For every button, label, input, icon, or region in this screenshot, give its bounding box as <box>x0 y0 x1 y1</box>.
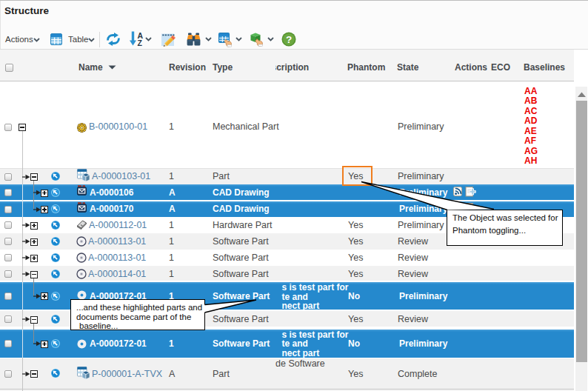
svg-text:Z: Z <box>138 39 143 47</box>
svg-text:?: ? <box>286 34 292 45</box>
